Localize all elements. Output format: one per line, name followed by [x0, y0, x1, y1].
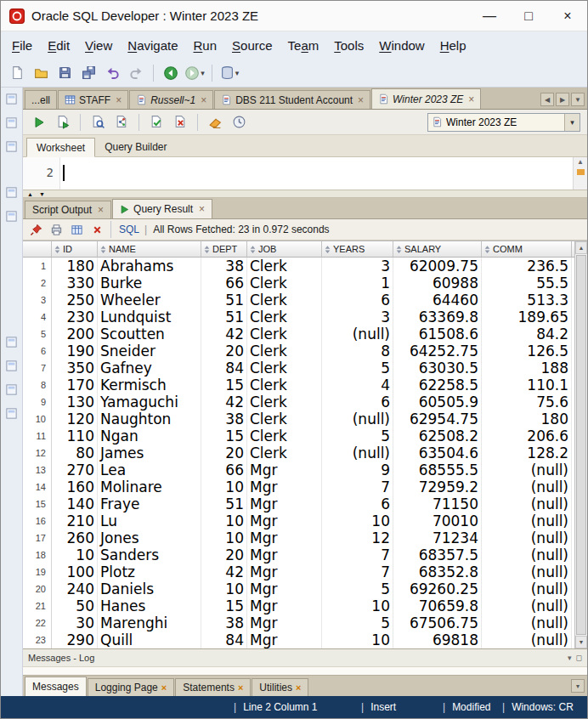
close-tab-icon[interactable]: ×: [296, 683, 301, 693]
column-header-name[interactable]: NAME: [98, 241, 201, 257]
cell-job[interactable]: Clerk: [247, 427, 322, 444]
tab-query-builder[interactable]: Query Builder: [95, 137, 176, 156]
close-tab-icon[interactable]: ×: [116, 95, 122, 105]
cell-years[interactable]: 10: [322, 512, 393, 529]
row-number[interactable]: 21: [23, 597, 52, 614]
column-header-salary[interactable]: SALARY: [393, 241, 482, 257]
document-tab-russell-1[interactable]: Russell~1×: [129, 90, 213, 109]
splitter-handle[interactable]: ▲ ▼: [23, 190, 587, 198]
cell-id[interactable]: 200: [52, 326, 98, 343]
cell-dept[interactable]: 38: [201, 614, 247, 631]
clear-icon[interactable]: [204, 111, 226, 133]
cell-years[interactable]: 3: [322, 258, 393, 275]
cell-salary[interactable]: 71234: [393, 529, 482, 546]
minimize-panel-icon[interactable]: ▾: [568, 654, 572, 662]
row-number[interactable]: 4: [23, 309, 52, 326]
table-row[interactable]: 6190Sneider20Clerk864252.75126.5: [23, 343, 574, 360]
cell-salary[interactable]: 62954.75: [393, 410, 482, 427]
cell-id[interactable]: 250: [52, 292, 98, 309]
row-number[interactable]: 10: [23, 410, 52, 427]
column-header-dept[interactable]: DEPT: [201, 241, 247, 257]
cell-years[interactable]: 7: [322, 546, 393, 563]
menu-item-run[interactable]: Run: [186, 34, 225, 57]
cell-comm[interactable]: 236.5: [482, 258, 572, 275]
commit-icon[interactable]: [145, 111, 167, 133]
menu-item-team[interactable]: Team: [280, 34, 327, 57]
sql-editor[interactable]: 2 ▲: [23, 157, 587, 190]
document-tab-staff[interactable]: STAFF×: [58, 90, 128, 109]
document-tab-dbs-211-student-account[interactable]: DBS 211 Student Account×: [214, 90, 370, 109]
cell-name[interactable]: Molinare: [98, 478, 201, 495]
table-row[interactable]: 2150Hanes15Mgr1070659.8(null): [23, 597, 574, 614]
cell-dept[interactable]: 51: [201, 292, 247, 309]
cell-dept[interactable]: 42: [201, 326, 247, 343]
cell-years[interactable]: 9: [322, 461, 393, 478]
cell-id[interactable]: 100: [52, 563, 98, 580]
menu-item-source[interactable]: Source: [224, 34, 280, 57]
cell-name[interactable]: Lu: [98, 512, 201, 529]
cell-comm[interactable]: (null): [482, 478, 572, 495]
cell-salary[interactable]: 68357.5: [393, 546, 482, 563]
rollback-icon[interactable]: [169, 111, 191, 133]
cell-salary[interactable]: 64460: [393, 292, 482, 309]
cell-job[interactable]: Clerk: [247, 275, 322, 292]
row-number[interactable]: 8: [23, 376, 52, 393]
column-header-comm[interactable]: COMM: [482, 241, 572, 257]
messages-tab-utilities[interactable]: Utilities×: [252, 678, 308, 696]
cell-job[interactable]: Clerk: [247, 326, 322, 343]
table-row[interactable]: 9130Yamaguchi42Clerk660505.975.6: [23, 393, 574, 410]
cell-name[interactable]: Yamaguchi: [98, 393, 201, 410]
close-tab-icon[interactable]: ×: [238, 683, 243, 693]
tab-worksheet[interactable]: Worksheet: [26, 138, 95, 157]
menu-item-file[interactable]: File: [4, 34, 40, 57]
save-icon[interactable]: [54, 62, 76, 84]
row-number[interactable]: 6: [23, 343, 52, 360]
cell-name[interactable]: Kermisch: [98, 376, 201, 393]
cell-salary[interactable]: 72959.2: [393, 478, 482, 495]
cell-job[interactable]: Clerk: [247, 376, 322, 393]
docked-panel-icon[interactable]: [5, 407, 18, 423]
scrollbar-thumb[interactable]: [576, 255, 586, 635]
cell-name[interactable]: Quill: [98, 631, 201, 648]
cell-comm[interactable]: 206.6: [482, 427, 572, 444]
cell-comm[interactable]: 180: [482, 410, 572, 427]
cell-name[interactable]: Ngan: [98, 427, 201, 444]
cell-comm[interactable]: (null): [482, 580, 572, 597]
document-tab-ell[interactable]: ...ell: [25, 90, 57, 109]
cell-salary[interactable]: 63504.6: [393, 444, 482, 461]
cell-comm[interactable]: 513.3: [482, 292, 572, 309]
cell-dept[interactable]: 20: [201, 343, 247, 360]
table-row[interactable]: 14160Molinare10Mgr772959.2(null): [23, 478, 574, 495]
cell-salary[interactable]: 61508.6: [393, 326, 482, 343]
cell-name[interactable]: Lundquist: [98, 309, 201, 326]
cell-comm[interactable]: 189.65: [482, 309, 572, 326]
cell-comm[interactable]: 128.2: [482, 444, 572, 461]
cell-name[interactable]: Burke: [98, 275, 201, 292]
cell-salary[interactable]: 70659.8: [393, 597, 482, 614]
table-row[interactable]: 17260Jones10Mgr1271234(null): [23, 529, 574, 546]
menu-item-view[interactable]: View: [77, 34, 120, 57]
row-number[interactable]: 1: [23, 258, 52, 275]
cell-dept[interactable]: 10: [201, 580, 247, 597]
history-icon[interactable]: [228, 111, 250, 133]
close-button[interactable]: ×: [548, 1, 587, 31]
fetch-grid-icon[interactable]: [67, 220, 86, 239]
cell-years[interactable]: (null): [322, 444, 393, 461]
docked-panel-icon[interactable]: [5, 93, 18, 109]
cell-dept[interactable]: 42: [201, 563, 247, 580]
close-tab-icon[interactable]: ×: [161, 683, 167, 693]
explain-plan-icon[interactable]: [110, 111, 133, 133]
cell-job[interactable]: Clerk: [247, 343, 322, 360]
cell-dept[interactable]: 66: [201, 461, 247, 478]
cell-job[interactable]: Clerk: [247, 360, 322, 376]
cell-comm[interactable]: (null): [482, 529, 572, 546]
close-tab-icon[interactable]: ×: [358, 95, 364, 105]
tab-list-icon[interactable]: ▼: [571, 93, 585, 106]
cell-name[interactable]: Hanes: [98, 597, 201, 614]
cell-job[interactable]: Mgr: [247, 495, 322, 512]
collapse-up-icon[interactable]: ▲: [27, 191, 33, 197]
tab-scroll-left-icon[interactable]: ◀: [540, 93, 554, 106]
cell-salary[interactable]: 69818: [393, 631, 482, 648]
cell-name[interactable]: Sanders: [98, 546, 201, 563]
open-folder-icon[interactable]: [30, 62, 52, 84]
